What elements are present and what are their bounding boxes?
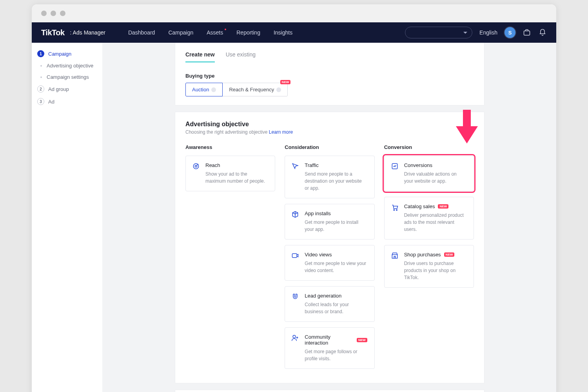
nav-reporting[interactable]: Reporting [236,29,260,36]
window-dot[interactable] [60,11,65,16]
nav-campaign[interactable]: Campaign [168,29,193,36]
new-badge: NEW [357,338,367,342]
svg-rect-0 [524,31,530,35]
svg-rect-3 [292,254,297,258]
objective-community-interaction[interactable]: Community interaction NEW Get more page … [285,327,374,369]
objective-lead-generation[interactable]: Lead generation Collect leads for your b… [285,286,374,322]
objective-desc: Show your ad to the maximum number of pe… [205,171,268,185]
section-hint: Choosing the right advertising objective… [185,129,474,135]
page-layout: 1 Campaign Advertising objective Campaig… [32,43,556,392]
objective-columns: Awareness Reach Show your ad to the maxi… [185,144,474,374]
column-title: Consideration [285,144,374,150]
buying-type-segmented: Auction Reach & Frequency NEW [185,83,474,96]
briefcase-icon[interactable] [523,28,531,37]
column-title: Conversion [384,144,474,150]
tab-use-existing[interactable]: Use existing [226,51,256,62]
objective-desc: Get more page follows or profile visits. [305,348,367,362]
objective-reach[interactable]: Reach Show your ad to the maximum number… [185,156,275,191]
objective-desc: Send more people to a destination on you… [305,171,367,192]
objective-text: Conversions Drive valuable actions on yo… [404,162,466,185]
objective-desc: Drive users to purchase products in your… [404,260,466,281]
storefront-icon [391,252,399,260]
window-dot[interactable] [51,11,56,16]
hint-text: Choosing the right advertising objective [185,129,269,135]
section-title: Advertising objective [185,121,474,128]
new-badge: NEW [280,80,291,84]
learn-more-link[interactable]: Learn more [269,129,293,135]
cursor-icon [291,162,299,170]
header-right: English S [405,27,547,38]
objective-text: Lead generation Collect leads for your b… [305,293,367,315]
sidebar-item-label: Campaign [48,51,71,57]
sidebar-sub-advertising-objective[interactable]: Advertising objective [32,60,102,71]
objective-text: Reach Show your ad to the maximum number… [205,162,268,185]
objective-conversions[interactable]: Conversions Drive valuable actions on yo… [384,156,474,191]
objective-title: Traffic [305,162,367,168]
objective-desc: Deliver personalized product ads to the … [404,212,466,233]
step-badge: 3 [37,98,44,105]
objective-title: Shop purchases NEW [404,252,466,258]
nav-insights[interactable]: Insights [274,29,292,36]
avatar[interactable]: S [505,27,515,38]
sidebar-step-ad[interactable]: 3 Ad [32,95,102,108]
title-text: Shop purchases [404,252,441,258]
objective-title: Catalog sales NEW [404,203,466,209]
main-column: Create new Use existing Buying type Auct… [102,43,556,392]
objective-text: Shop purchases NEW Drive users to purcha… [404,252,466,281]
card-advertising-objective: Advertising objective Choosing the right… [175,112,485,383]
title-text: Community interaction [305,334,354,346]
tab-create-new[interactable]: Create new [185,51,215,62]
sidebar-sub-campaign-settings[interactable]: Campaign settings [32,71,102,83]
objective-desc: Collect leads for your business or brand… [305,301,367,315]
objective-app-installs[interactable]: App installs Get more people to install … [285,204,374,240]
package-icon [291,211,299,218]
window-titlebar [32,4,556,22]
window-dot[interactable] [41,11,47,16]
sidebar-item-label: Ad group [48,86,69,92]
objective-text: App installs Get more people to install … [305,211,367,233]
nav-assets[interactable]: Assets [207,29,223,36]
brand-logo: TikTok [41,28,65,37]
info-icon[interactable] [211,87,216,92]
cart-icon [391,203,399,211]
objective-shop-purchases[interactable]: Shop purchases NEW Drive users to purcha… [384,245,474,288]
nav-dashboard[interactable]: Dashboard [128,29,155,36]
svg-point-6 [394,209,395,211]
profile-plus-icon [291,334,299,342]
sidebar-step-adgroup[interactable]: 2 Ad group [32,83,102,95]
bell-icon[interactable] [538,28,547,37]
chevron-down-icon [463,32,467,34]
column-title: Awareness [185,144,275,150]
objective-title: Reach [205,162,268,168]
sidebar-item-label: Advertising objective [47,63,93,69]
sidebar: 1 Campaign Advertising objective Campaig… [32,43,102,392]
browser-window: TikTok : Ads Manager Dashboard Campaign … [31,4,557,392]
new-badge: NEW [438,204,448,209]
buying-option-reach-frequency[interactable]: Reach & Frequency NEW [222,83,288,96]
sidebar-step-campaign[interactable]: 1 Campaign [32,47,102,60]
top-nav: Dashboard Campaign Assets Reporting Insi… [128,29,292,36]
column-awareness: Awareness Reach Show your ad to the maxi… [185,144,275,374]
objective-text: Community interaction NEW Get more page … [305,334,367,362]
svg-point-4 [293,335,296,338]
objective-text: Video views Get more people to view your… [305,252,367,274]
objective-video-views[interactable]: Video views Get more people to view your… [285,245,374,281]
footer-bar: Continue [175,390,485,392]
new-badge: NEW [444,252,455,257]
objective-desc: Drive valuable actions on your website o… [404,171,466,185]
info-icon[interactable] [276,87,281,92]
column-conversion: Conversion Conversions Drive valuable ac… [384,144,474,374]
buying-option-auction[interactable]: Auction [185,83,223,96]
video-icon [291,252,299,260]
magnet-icon [291,293,299,301]
language-selector[interactable]: English [479,29,497,36]
app-header: TikTok : Ads Manager Dashboard Campaign … [32,22,556,43]
objective-title: Conversions [404,162,466,168]
objective-catalog-sales[interactable]: Catalog sales NEW Deliver personalized p… [384,197,474,240]
account-selector[interactable] [405,27,472,38]
objective-traffic[interactable]: Traffic Send more people to a destinatio… [285,156,374,198]
objective-desc: Get more people to install your app. [305,219,367,233]
option-label: Reach & Frequency [229,87,274,93]
option-label: Auction [192,87,209,93]
objective-text: Catalog sales NEW Deliver personalized p… [404,203,466,233]
